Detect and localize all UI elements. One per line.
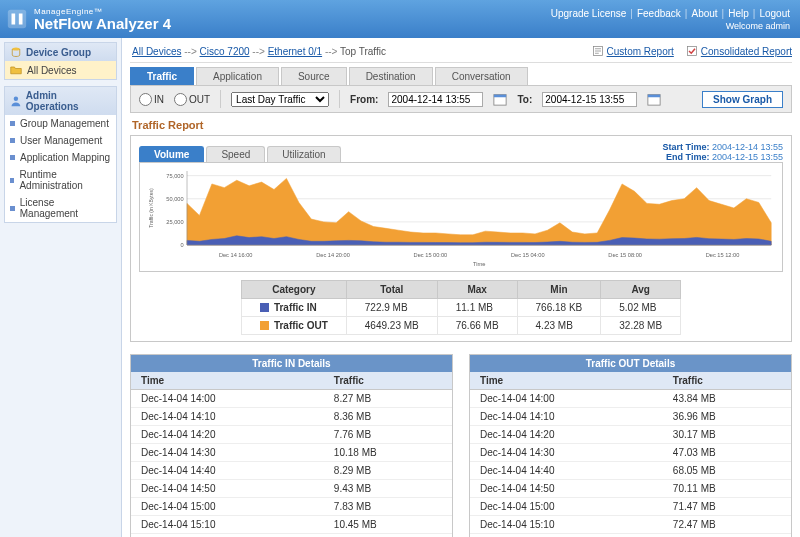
chart-subtabs: VolumeSpeedUtilization [139,146,343,162]
subtab-speed[interactable]: Speed [206,146,265,162]
device-group-box: Device Group All Devices [4,42,117,80]
table-row: Dec-14-04 14:3010.18 MB [131,444,452,462]
device-group-title: Device Group [5,43,116,61]
admin-icon [10,95,22,107]
tab-destination[interactable]: Destination [349,67,433,85]
svg-text:Dec 15 12:00: Dec 15 12:00 [706,252,740,258]
to-input[interactable] [542,92,637,107]
stats-table: CategoryTotalMaxMinAvg Traffic IN722.9 M… [241,280,681,335]
calendar-icon-to[interactable] [647,92,661,106]
table-row: Dec-14-04 14:2030.17 MB [470,426,791,444]
table-row: Dec-14-04 14:4068.05 MB [470,462,791,480]
breadcrumb-link[interactable]: All Devices [132,46,181,57]
header-link-feedback[interactable]: Feedback [637,8,681,19]
tab-source[interactable]: Source [281,67,347,85]
table-row: Dec-14-04 15:208.8 MB [131,534,452,538]
traffic-in-details: Traffic IN Details TimeTrafficDec-14-04 … [130,354,453,537]
breadcrumb-link[interactable]: Cisco 7200 [200,46,250,57]
folder-icon [10,64,22,76]
tab-application[interactable]: Application [196,67,279,85]
welcome-text: Welcome admin [551,21,790,31]
report-icon [592,45,604,57]
svg-text:Time: Time [473,261,485,267]
traffic-chart: 025,00050,00075,000Traffic (in KBytes)De… [144,167,778,267]
table-row: Dec-14-04 14:408.29 MB [131,462,452,480]
sidebar: Device Group All Devices Admin Operation… [0,38,122,537]
svg-point-1 [12,48,20,51]
stat-row: Traffic IN722.9 MB11.1 MB766.18 KB5.02 M… [241,299,680,317]
netflow-logo-icon [6,8,28,30]
svg-text:0: 0 [180,242,183,248]
header-link-help[interactable]: Help [728,8,749,19]
svg-point-2 [14,97,18,101]
svg-text:Dec 14 16:00: Dec 14 16:00 [219,252,253,258]
svg-text:50,000: 50,000 [166,196,183,202]
check-report-icon [686,45,698,57]
table-row: Dec-14-04 14:207.76 MB [131,426,452,444]
table-row: Dec-14-04 14:5070.11 MB [470,480,791,498]
report-title: Traffic Report [130,113,792,135]
period-select[interactable]: Last Day Traffic [231,92,329,107]
stat-row: Traffic OUT4649.23 MB76.66 MB4.23 MB32.2… [241,317,680,335]
in-radio[interactable]: IN [139,93,164,106]
admin-ops-box: Admin Operations Group ManagementUser Ma… [4,86,117,223]
svg-text:25,000: 25,000 [166,219,183,225]
bullet-icon [10,206,15,211]
out-radio[interactable]: OUT [174,93,210,106]
admin-ops-title: Admin Operations [5,87,116,115]
chart-frame: 025,00050,00075,000Traffic (in KBytes)De… [139,162,783,272]
breadcrumb: All Devices --> Cisco 7200 --> Ethernet … [130,42,792,63]
traffic-out-details: Traffic OUT Details TimeTrafficDec-14-04… [469,354,792,537]
sidebar-item-group-management[interactable]: Group Management [5,115,116,132]
sidebar-item-runtime-administration[interactable]: Runtime Administration [5,166,116,194]
brand-big: NetFlow Analyzer 4 [34,16,171,31]
header-links: Upgrade License|Feedback|About|Help|Logo… [551,8,790,19]
svg-text:Dec 15 00:00: Dec 15 00:00 [414,252,448,258]
from-input[interactable] [388,92,483,107]
table-row: Dec-14-04 14:1036.96 MB [470,408,791,426]
bullet-icon [10,178,14,183]
main-content: All Devices --> Cisco 7200 --> Ethernet … [122,38,800,537]
table-row: Dec-14-04 14:509.43 MB [131,480,452,498]
subtab-volume[interactable]: Volume [139,146,204,162]
table-row: Dec-14-04 14:0043.84 MB [470,390,791,408]
breadcrumb-link[interactable]: Ethernet 0/1 [268,46,322,57]
custom-report-link[interactable]: Custom Report [592,45,674,57]
logo: ManageEngine™ NetFlow Analyzer 4 [6,8,171,31]
filter-toolbar: IN OUT Last Day Traffic From: To: Show G… [130,85,792,113]
main-tabs: TrafficApplicationSourceDestinationConve… [130,67,792,85]
tab-traffic[interactable]: Traffic [130,67,194,85]
svg-rect-6 [494,95,506,98]
subtab-utilization[interactable]: Utilization [267,146,340,162]
header-link-logout[interactable]: Logout [759,8,790,19]
to-label: To: [517,94,532,105]
svg-rect-4 [687,47,696,56]
svg-text:Dec 15 04:00: Dec 15 04:00 [511,252,545,258]
table-row: Dec-14-04 15:2062.1 MB [470,534,791,538]
table-row: Dec-14-04 14:3047.03 MB [470,444,791,462]
show-graph-button[interactable]: Show Graph [702,91,783,108]
tab-conversation[interactable]: Conversation [435,67,528,85]
svg-rect-0 [8,10,26,28]
bullet-icon [10,138,15,143]
bullet-icon [10,121,15,126]
sidebar-item-all-devices[interactable]: All Devices [5,61,116,79]
table-row: Dec-14-04 15:0071.47 MB [470,498,791,516]
calendar-icon-from[interactable] [493,92,507,106]
bullet-icon [10,155,15,160]
table-row: Dec-14-04 15:007.83 MB [131,498,452,516]
svg-text:Dec 14 20:00: Dec 14 20:00 [316,252,350,258]
table-row: Dec-14-04 14:008.27 MB [131,390,452,408]
details-columns: Traffic IN Details TimeTrafficDec-14-04 … [130,354,792,537]
consolidated-report-link[interactable]: Consolidated Report [686,45,792,57]
sidebar-item-application-mapping[interactable]: Application Mapping [5,149,116,166]
sidebar-item-license-management[interactable]: License Management [5,194,116,222]
header-link-about[interactable]: About [691,8,717,19]
header-link-upgrade-license[interactable]: Upgrade License [551,8,627,19]
from-label: From: [350,94,378,105]
table-row: Dec-14-04 15:1010.45 MB [131,516,452,534]
chart-panel: VolumeSpeedUtilization Start Time: 2004-… [130,135,792,342]
table-row: Dec-14-04 14:108.36 MB [131,408,452,426]
sidebar-item-user-management[interactable]: User Management [5,132,116,149]
table-row: Dec-14-04 15:1072.47 MB [470,516,791,534]
